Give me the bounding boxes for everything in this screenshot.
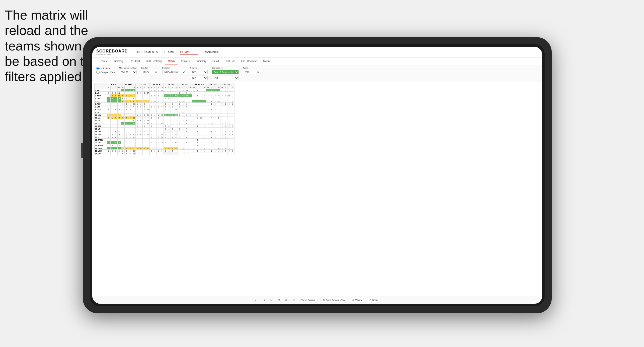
division-select[interactable]: NCAA Division I	[162, 70, 186, 74]
redo-icon[interactable]: ↪	[262, 298, 266, 302]
tablet-frame: SCOREBOARD Powered by clippd TOURNAMENTS…	[83, 37, 552, 313]
nav-teams[interactable]: TEAMS	[164, 49, 174, 55]
table-row: 19. TAMU 010	[95, 139, 234, 141]
subtab-players[interactable]: Players	[178, 58, 193, 65]
nav-links: TOURNAMENTS TEAMS COMMITTEE RANKINGS	[135, 49, 219, 55]
view-radio-group: Full View Compact View	[96, 67, 115, 74]
logo-text: SCOREBOARD	[96, 49, 128, 53]
header-ua: 11. UA	[136, 83, 150, 86]
undo-icon[interactable]: ↩	[254, 298, 259, 302]
tablet-side-button	[81, 143, 83, 158]
filter-max-teams: Max teams in view Top 25 Top 50	[119, 67, 137, 74]
bottom-toolbar: ↩ ↪ ↻ ⊖ ⊕ ⟳ View: Original ⊞ Save Custom…	[92, 296, 542, 304]
team-name: 23. UNM	[95, 150, 107, 152]
max-teams-select[interactable]: Top 25 Top 50	[119, 70, 137, 74]
team-name: 20. UG	[95, 141, 107, 144]
header-ucb: 22. UCB	[150, 83, 164, 86]
team-name: 9. UA	[95, 111, 107, 114]
sh-ucla-w: W	[192, 86, 196, 89]
team-name: 3. ASU	[95, 94, 107, 97]
team-name: 7. UM	[95, 105, 107, 108]
team-name: 11. UA	[95, 117, 107, 119]
conference-select[interactable]: Pac-12 Conference	[212, 70, 239, 74]
team-name: 14. TTU	[95, 125, 107, 128]
sh-osu-w: W	[220, 86, 224, 89]
header-su: 27. SU	[178, 83, 192, 86]
table-row: 10. UW 13032 04173 25066 12053 145	[95, 114, 234, 117]
filter-team: Team (All)	[243, 67, 260, 74]
table-row: 18. U 20011 10011 01010 0210 810 13 010 …	[95, 136, 234, 139]
full-view-radio[interactable]: Full View	[96, 67, 115, 70]
save-custom-btn[interactable]: ⊞ Save Custom View	[320, 298, 347, 302]
subtab-matrix2[interactable]: Matrix	[260, 58, 273, 65]
subtab-summary[interactable]: Summary	[110, 58, 126, 65]
sh-ucla-t: T	[199, 86, 203, 89]
zoom-in-icon[interactable]: ⊕	[284, 298, 289, 302]
watch-btn[interactable]: ◎ Watch	[350, 298, 364, 302]
max-teams-label: Max teams in view	[119, 67, 137, 69]
region-select[interactable]: N/A	[190, 70, 208, 74]
subtab-summary2[interactable]: Summary	[193, 58, 209, 65]
table-row: 21. ETSU 010 01016	[95, 144, 234, 147]
team-name: 8. UAF	[95, 108, 107, 111]
table-row: 24. UO 02029	[95, 152, 234, 155]
subtab-h2h-heatmap2[interactable]: H2H Heatmap	[238, 58, 260, 65]
nav-committee[interactable]: COMMITTEE	[180, 49, 198, 55]
team-name: 22. UCB	[95, 147, 107, 150]
team-select[interactable]: (All)	[243, 70, 260, 74]
subtab-detail[interactable]: Detail	[209, 58, 222, 65]
gender-select[interactable]: Men's Women's	[141, 70, 158, 74]
compact-view-radio[interactable]: Compact View	[96, 71, 115, 74]
table-row: 8. UAF 01014 120 01015 11011 010	[95, 108, 234, 111]
subtab-h2h-grid2[interactable]: H2H Grid	[222, 58, 238, 65]
sh-ucb-w: W	[150, 86, 153, 89]
refresh-icon[interactable]: ↻	[269, 298, 274, 302]
team-name: 1. AU	[95, 89, 107, 92]
table-row: 6. FSU 14025 100 010 110 010 0102	[95, 103, 234, 105]
team-name: 6. FSU	[95, 103, 107, 105]
filter-region: Region N/A N/A	[190, 67, 208, 80]
header-osu: 57. OSU	[220, 83, 234, 86]
nav-rankings[interactable]: RANKINGS	[204, 49, 219, 55]
subtab-matrix[interactable]: Matrix	[165, 58, 178, 65]
header-team-col	[95, 83, 107, 89]
share-icon: ↗	[369, 299, 371, 301]
header-uo: 24. UO	[164, 83, 178, 86]
tablet-inner: SCOREBOARD Powered by clippd TOURNAMENTS…	[90, 44, 545, 306]
team-name: 10. UW	[95, 114, 107, 117]
sh-uo-dif: Dif	[174, 86, 178, 89]
table-row: 13. UT 21122 02030 12026 22012 201 010 3…	[95, 122, 234, 125]
table-row: 16. UO 21014 1201 110 21011 11011 110 21…	[95, 130, 234, 133]
view-original-btn[interactable]: View: Original	[299, 298, 317, 302]
team-name: 16. UO	[95, 130, 107, 133]
subtab-teams[interactable]: Teams	[96, 58, 110, 65]
save-custom-icon: ⊞	[323, 299, 325, 301]
watch-label: Watch	[355, 299, 362, 301]
header-asu: 3. ASU	[107, 83, 121, 86]
sh-asu-w: W	[107, 86, 111, 89]
sub-tabs: Teams Summary H2H Grid H2H Heatmap Matri…	[92, 58, 542, 65]
sh-asu-t: T	[114, 86, 118, 89]
logo-area: SCOREBOARD Powered by clippd	[96, 49, 128, 55]
zoom-out-icon[interactable]: ⊖	[277, 298, 281, 302]
conference-sub-select[interactable]: (All)	[212, 76, 239, 80]
team-name: 18. U	[95, 136, 107, 139]
sh-uw-l: L	[125, 86, 128, 89]
sh-uw-dif: Dif	[132, 86, 136, 89]
nav-tournaments[interactable]: TOURNAMENTS	[135, 49, 158, 55]
subtab-h2h-heatmap[interactable]: H2H Heatmap	[143, 58, 165, 65]
table-row: 4. UNC 10136 0110 100 29	[95, 97, 234, 100]
app-header: SCOREBOARD Powered by clippd TOURNAMENTS…	[92, 47, 542, 58]
matrix-container[interactable]: 3. ASU 10. UW 11. UA 22. UCB 24. UO 27. …	[92, 82, 542, 296]
table-row: 14. TTU 2111 0 20 21029 3005	[95, 125, 234, 128]
reset-icon[interactable]: ⟳	[292, 298, 296, 302]
subtab-h2h-grid[interactable]: H2H Grid	[126, 58, 143, 65]
sh-asu-dif: Dif	[118, 86, 121, 89]
sh-ua-t: T	[143, 86, 146, 89]
filter-division: Division NCAA Division I	[162, 67, 186, 74]
region-sub-select[interactable]: N/A	[190, 76, 208, 80]
sh-su-l: L	[181, 86, 185, 89]
table-row: 1. AU 1200 20127 0050 010 010 10	[95, 89, 234, 92]
sh-osu-l: L	[224, 86, 227, 89]
share-btn[interactable]: ↗ Share	[367, 298, 380, 302]
